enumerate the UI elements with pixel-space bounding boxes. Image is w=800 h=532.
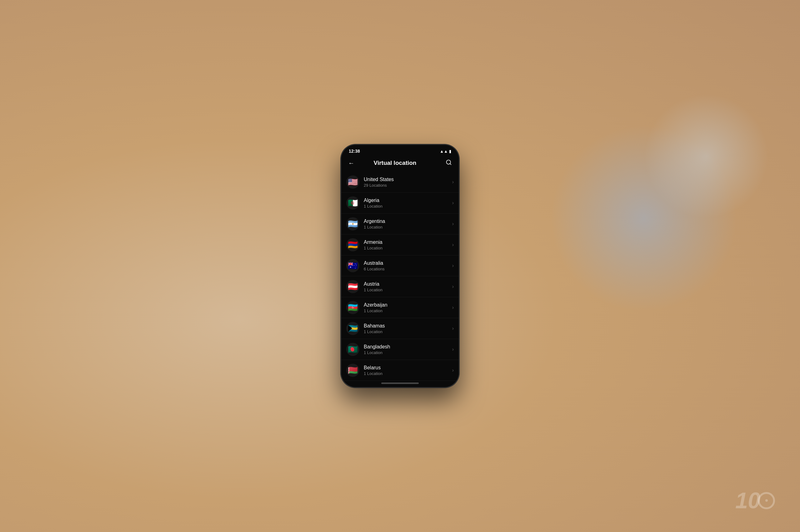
list-item[interactable]: 🇧🇩 Bangladesh 1 Location › xyxy=(341,339,459,360)
chevron-right-icon: › xyxy=(452,200,454,206)
list-item[interactable]: 🇦🇿 Azerbaijan 1 Location › xyxy=(341,297,459,318)
country-name: United States xyxy=(364,176,452,183)
chevron-right-icon: › xyxy=(452,326,454,331)
country-locations: 1 Location xyxy=(364,371,452,376)
flag-icon: 🇦🇿 xyxy=(346,301,359,314)
country-info: Azerbaijan 1 Location xyxy=(364,302,452,314)
search-button[interactable] xyxy=(444,158,454,168)
country-info: Australia 6 Locations xyxy=(364,260,452,272)
list-item[interactable]: 🇦🇲 Armenia 1 Location › xyxy=(341,234,459,255)
chevron-right-icon: › xyxy=(452,305,454,310)
chevron-right-icon: › xyxy=(452,367,454,373)
country-locations: 1 Location xyxy=(364,225,452,229)
bottom-home-bar xyxy=(381,382,419,384)
country-name: Austria xyxy=(364,281,452,287)
country-locations: 1 Location xyxy=(364,204,452,209)
country-info: Austria 1 Location xyxy=(364,281,452,292)
flag-icon: 🇧🇸 xyxy=(346,322,359,335)
search-icon xyxy=(446,159,452,167)
flag-icon: 🇧🇾 xyxy=(346,364,359,377)
battery-icon: ▮ xyxy=(449,149,451,154)
country-list: 🇺🇸 United States 29 Locations › 🇩🇿 Alger… xyxy=(341,172,459,383)
list-item[interactable]: 🇧🇾 Belarus 1 Location › xyxy=(341,360,459,381)
list-item[interactable]: 🇦🇺 Australia 6 Locations › xyxy=(341,255,459,276)
app-header: ← Virtual location xyxy=(341,155,459,172)
watermark-text: 10 xyxy=(735,488,760,513)
country-locations: 1 Location xyxy=(364,329,452,334)
country-locations: 1 Location xyxy=(364,308,452,313)
chevron-right-icon: › xyxy=(452,242,454,248)
chevron-right-icon: › xyxy=(452,221,454,227)
flag-icon: 🇩🇿 xyxy=(346,196,359,209)
phone-device: 12:38 ▲▲ ▮ ← Virtual location xyxy=(341,144,459,388)
phone-wrapper: 12:38 ▲▲ ▮ ← Virtual location xyxy=(341,144,459,388)
country-info: Argentina 1 Location xyxy=(364,218,452,230)
flag-icon: 🇧🇩 xyxy=(346,343,359,356)
country-name: Bangladesh xyxy=(364,344,452,350)
status-icons: ▲▲ ▮ xyxy=(440,149,451,154)
country-locations: 29 Locations xyxy=(364,183,452,188)
country-info: Armenia 1 Location xyxy=(364,239,452,251)
country-name: Argentina xyxy=(364,218,452,225)
country-info: Bahamas 1 Location xyxy=(364,323,452,335)
chevron-right-icon: › xyxy=(452,284,454,289)
flag-icon: 🇦🇺 xyxy=(346,259,359,272)
country-name: Australia xyxy=(364,260,452,267)
status-time: 12:38 xyxy=(349,149,360,154)
status-bar: 12:38 ▲▲ ▮ xyxy=(341,145,459,155)
flag-icon: 🇺🇸 xyxy=(346,175,359,189)
wifi-icon: ▲▲ xyxy=(440,149,448,154)
list-item[interactable]: 🇦🇷 Argentina 1 Location › xyxy=(341,213,459,234)
country-locations: 1 Location xyxy=(364,246,452,250)
country-name: Belarus xyxy=(364,365,452,371)
country-info: Belarus 1 Location xyxy=(364,365,452,376)
list-item[interactable]: 🇺🇸 United States 29 Locations › xyxy=(341,172,459,193)
watermark-circle xyxy=(758,492,775,509)
list-item[interactable]: 🇧🇸 Bahamas 1 Location › xyxy=(341,318,459,339)
chevron-right-icon: › xyxy=(452,179,454,185)
flag-icon: 🇦🇲 xyxy=(346,238,359,251)
country-name: Armenia xyxy=(364,239,452,246)
country-info: Bangladesh 1 Location xyxy=(364,344,452,355)
country-info: United States 29 Locations xyxy=(364,176,452,188)
country-name: Bahamas xyxy=(364,323,452,329)
list-item[interactable]: 🇦🇹 Austria 1 Location › xyxy=(341,276,459,297)
chevron-right-icon: › xyxy=(452,263,454,268)
bg-blur-2 xyxy=(644,94,769,218)
flag-icon: 🇦🇹 xyxy=(346,280,359,293)
phone-screen: 12:38 ▲▲ ▮ ← Virtual location xyxy=(341,145,459,387)
svg-line-1 xyxy=(450,163,451,165)
list-item[interactable]: 🇩🇿 Algeria 1 Location › xyxy=(341,193,459,213)
country-name: Algeria xyxy=(364,197,452,204)
country-locations: 1 Location xyxy=(364,287,452,292)
flag-icon: 🇦🇷 xyxy=(346,217,359,230)
country-locations: 6 Locations xyxy=(364,267,452,271)
country-name: Azerbaijan xyxy=(364,302,452,308)
page-title: Virtual location xyxy=(346,159,444,166)
chevron-right-icon: › xyxy=(452,346,454,352)
watermark: 10 xyxy=(735,488,775,513)
country-info: Algeria 1 Location xyxy=(364,197,452,209)
country-locations: 1 Location xyxy=(364,350,452,355)
